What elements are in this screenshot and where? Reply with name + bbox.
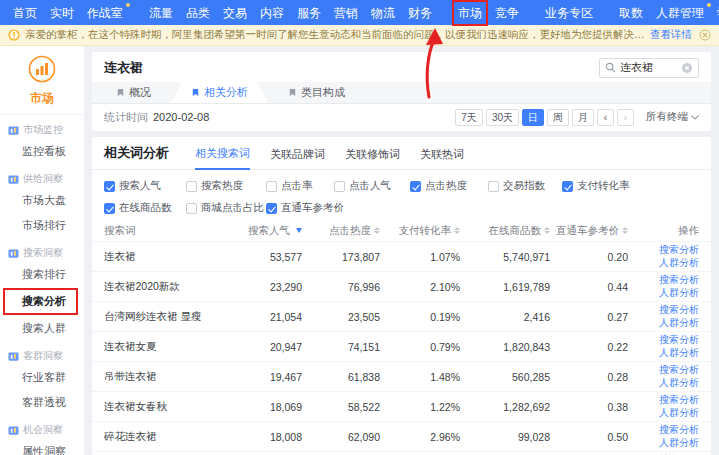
sidebar-item-customer-perspective[interactable]: 客群透视: [0, 390, 84, 415]
filter-label: 商城点击占比: [201, 201, 264, 215]
nav-item-traffic[interactable]: 流量: [146, 4, 176, 22]
prev-date-button[interactable]: ‹: [597, 109, 614, 126]
filter-search-heat[interactable]: 搜索热度: [186, 179, 266, 193]
nav-item-market[interactable]: 市场: [455, 3, 485, 23]
granularity-day-button[interactable]: 日: [522, 109, 544, 126]
sidebar-item-market-ranking[interactable]: 市场排行: [0, 213, 84, 238]
search-word: 连衣裙: [104, 250, 232, 264]
nav-item-logistics[interactable]: 物流: [368, 4, 398, 22]
nav-item-crowd-management[interactable]: 人群管理: [653, 4, 707, 22]
tab-related-brand-words[interactable]: 关联品牌词: [270, 147, 325, 169]
board-icon: [8, 351, 19, 362]
filter-click-rate[interactable]: 点击率: [266, 179, 334, 193]
tab-related-modifier-words[interactable]: 关联修饰词: [345, 147, 400, 169]
nav-item-competition[interactable]: 竞争: [492, 4, 522, 22]
search-analysis-link[interactable]: 搜索分析: [659, 424, 699, 437]
ppc-price: 0.38: [550, 401, 628, 413]
sidebar-item-attribute-insight[interactable]: 属性洞察: [0, 439, 84, 455]
notice-close-icon[interactable]: [699, 29, 711, 41]
search-analysis-link[interactable]: 搜索分析: [659, 304, 699, 317]
checkbox-icon: [104, 181, 115, 192]
click-heat: 23,505: [302, 311, 380, 323]
filter-search-popularity[interactable]: 搜索人气: [104, 179, 186, 193]
terminal-label: 所有终端: [646, 110, 688, 124]
search-analysis-link[interactable]: 搜索分析: [659, 244, 699, 257]
pay-conversion: 1.48%: [380, 371, 460, 383]
nav-item-business-zone[interactable]: 业务专区: [542, 4, 596, 22]
search-popularity: 53,577: [232, 251, 302, 263]
tab-related-search-words[interactable]: 相关搜索词: [195, 146, 250, 170]
filter-click-heat[interactable]: 点击热度: [410, 179, 488, 193]
keyword-search-input[interactable]: [620, 62, 677, 74]
tab-overview[interactable]: 概况: [96, 82, 171, 103]
tab-category-composition[interactable]: 类目构成: [268, 82, 365, 103]
nav-item-marketing[interactable]: 营销: [331, 4, 361, 22]
sidebar-item-monitor-board[interactable]: 监控看板: [0, 139, 84, 164]
search-popularity: 20,947: [232, 341, 302, 353]
nav-item-category[interactable]: 品类: [183, 4, 213, 22]
crowd-analysis-link[interactable]: 人群分析: [659, 437, 699, 450]
filter-pay-conversion[interactable]: 支付转化率: [562, 179, 699, 193]
crowd-analysis-link[interactable]: 人群分析: [659, 317, 699, 330]
nav-item-finance[interactable]: 财务: [405, 4, 435, 22]
clear-icon[interactable]: [681, 62, 693, 74]
row-actions: 搜索分析人群分析: [628, 392, 699, 421]
column-header-click-heat[interactable]: 点击热度: [302, 224, 380, 238]
board-icon: [8, 425, 19, 436]
nav-label: 实时: [50, 6, 74, 20]
sidebar: 市场 市场监控 监控看板 供给洞察 市场大盘 市场排行 搜索洞察 搜索排行 搜索…: [0, 46, 84, 455]
filter-ppc-reference-price[interactable]: 直通车参考价: [266, 201, 334, 215]
crowd-analysis-link[interactable]: 人群分析: [659, 377, 699, 390]
nav-item-realtime[interactable]: 实时: [47, 4, 77, 22]
search-analysis-link[interactable]: 搜索分析: [659, 274, 699, 287]
keyword-search-box[interactable]: [599, 58, 699, 78]
range-30d-button[interactable]: 30天: [486, 109, 519, 126]
nav-item-content[interactable]: 内容: [257, 4, 287, 22]
column-header-pay-conversion[interactable]: 支付转化率: [380, 224, 460, 238]
filter-online-items[interactable]: 在线商品数: [104, 201, 186, 215]
pay-conversion: 1.22%: [380, 401, 460, 413]
filter-click-popularity[interactable]: 点击人气: [334, 179, 410, 193]
granularity-week-button[interactable]: 周: [547, 109, 569, 126]
crowd-analysis-link[interactable]: 人群分析: [659, 287, 699, 300]
click-heat: 173,807: [302, 251, 380, 263]
sycm-market-page: 首页 实时 作战室 流量 品类 交易 内容 服务 营销 物流 财务 市场 竞争 …: [0, 0, 719, 455]
filter-label: 点击热度: [425, 179, 467, 193]
checkbox-icon: [266, 181, 277, 192]
terminal-dropdown[interactable]: 所有终端: [646, 110, 699, 124]
column-header-online-items[interactable]: 在线商品数: [460, 224, 550, 238]
sidebar-item-search-crowd[interactable]: 搜索人群: [0, 316, 84, 341]
filter-label: 交易指数: [503, 179, 545, 193]
pin-icon: [116, 88, 125, 97]
sidebar-item-search-ranking[interactable]: 搜索排行: [0, 262, 84, 287]
nav-item-data-extract[interactable]: 取数: [616, 4, 646, 22]
next-date-button[interactable]: ›: [617, 109, 634, 126]
market-chart-icon: [28, 55, 56, 83]
range-7d-button[interactable]: 7天: [455, 109, 483, 126]
sidebar-section-search-insight: 搜索洞察: [0, 238, 84, 262]
nav-item-trade[interactable]: 交易: [220, 4, 250, 22]
pay-conversion: 2.96%: [380, 431, 460, 443]
tab-related-hot-words[interactable]: 关联热词: [420, 147, 464, 169]
sidebar-item-market-overview[interactable]: 市场大盘: [0, 188, 84, 213]
market-logo: 市场: [0, 46, 84, 115]
search-analysis-link[interactable]: 搜索分析: [659, 364, 699, 377]
crowd-analysis-link[interactable]: 人群分析: [659, 257, 699, 270]
column-header-search-popularity[interactable]: 搜索人气: [232, 224, 302, 238]
search-analysis-link[interactable]: 搜索分析: [659, 334, 699, 347]
search-analysis-link[interactable]: 搜索分析: [659, 394, 699, 407]
tab-related-analysis[interactable]: 相关分析: [171, 82, 268, 103]
nav-item-academy[interactable]: 学院: [714, 4, 719, 22]
sidebar-item-industry-customers[interactable]: 行业客群: [0, 365, 84, 390]
crowd-analysis-link[interactable]: 人群分析: [659, 347, 699, 360]
filter-trade-index[interactable]: 交易指数: [488, 179, 562, 193]
notice-detail-link[interactable]: 查看详情: [650, 28, 692, 42]
crowd-analysis-link[interactable]: 人群分析: [659, 407, 699, 420]
nav-item-service[interactable]: 服务: [294, 4, 324, 22]
column-header-ppc-price[interactable]: 直通车参考价: [550, 224, 628, 238]
granularity-month-button[interactable]: 月: [572, 109, 594, 126]
nav-item-home[interactable]: 首页: [10, 4, 40, 22]
filter-mall-click-share[interactable]: 商城点击占比: [186, 201, 266, 215]
nav-item-war-room[interactable]: 作战室: [84, 4, 126, 22]
sidebar-item-search-analysis[interactable]: 搜索分析: [5, 290, 76, 313]
